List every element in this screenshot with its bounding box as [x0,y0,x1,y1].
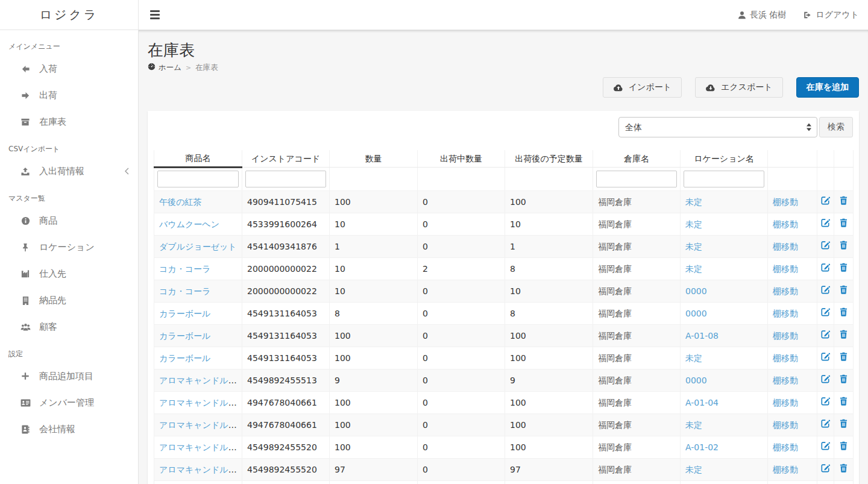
filter-warehouse-input[interactable] [596,171,677,187]
sidebar-item-inbound[interactable]: 入荷 [0,55,138,82]
shelf-move-link[interactable]: 棚移動 [773,465,798,474]
location-link[interactable]: 未定 [685,465,702,474]
edit-icon[interactable] [821,397,830,406]
delete-icon[interactable] [840,374,848,383]
sidebar-item-inout-info[interactable]: 入出荷情報 [0,158,138,184]
edit-icon[interactable] [821,196,830,205]
arrow-right-icon [20,91,31,100]
scope-select[interactable]: 全体 [618,117,817,137]
user-menu[interactable]: 長浜 佑樹 [738,10,786,20]
delete-icon[interactable] [840,307,848,316]
search-button[interactable]: 検索 [819,117,853,137]
product-link[interactable]: バウムクーヘン [159,219,219,229]
shelf-move-link[interactable]: 棚移動 [773,442,798,452]
column-header-planned-quantity[interactable]: 出荷後の予定数量 [505,150,593,168]
sidebar-item-outbound[interactable]: 出荷 [0,82,138,108]
sidebar-item-suppliers[interactable]: 仕入先 [0,260,138,287]
shelf-move-link[interactable]: 棚移動 [773,420,798,430]
logout-button[interactable]: ログアウト [803,10,859,20]
shelf-move-link[interactable]: 棚移動 [773,331,798,341]
location-link[interactable]: 0000 [685,309,707,318]
add-inventory-button[interactable]: 在庫を追加 [796,77,859,98]
filter-location-input[interactable] [684,171,764,187]
delete-icon[interactable] [840,263,848,272]
column-header-warehouse[interactable]: 倉庫名 [593,150,681,168]
location-link[interactable]: A-01-02 [685,442,719,452]
product-link[interactable]: アロマキャンドル ... [159,420,239,430]
location-link[interactable]: 未定 [685,242,702,251]
delete-icon[interactable] [840,240,848,250]
product-link[interactable]: カラーボール [159,331,210,341]
shelf-move-link[interactable]: 棚移動 [773,264,798,274]
sidebar-item-locations[interactable]: ロケーション [0,234,138,260]
edit-icon[interactable] [821,218,830,227]
delete-icon[interactable] [840,352,848,361]
breadcrumb-home-link[interactable]: ホーム [148,63,181,73]
edit-icon[interactable] [821,441,830,450]
edit-icon[interactable] [821,419,830,428]
sidebar-item-products[interactable]: 商品 [0,207,138,234]
location-link[interactable]: 0000 [685,286,707,296]
sidebar-item-customers[interactable]: 顧客 [0,313,138,340]
product-link[interactable]: カラーボール [159,353,210,363]
product-link[interactable]: アロマキャンドルY... [159,376,240,385]
shelf-move-link[interactable]: 棚移動 [773,219,798,229]
filter-product-name-input[interactable] [157,171,239,187]
delete-icon[interactable] [840,464,848,473]
shelf-move-link[interactable]: 棚移動 [773,197,798,207]
edit-icon[interactable] [821,464,830,473]
location-link[interactable]: 0000 [685,376,707,385]
shelf-move-link[interactable]: 棚移動 [773,242,798,251]
sidebar-item-product-extra-fields[interactable]: 商品追加項目 [0,363,138,389]
sidebar-item-inventory[interactable]: 在庫表 [0,108,138,135]
edit-icon[interactable] [821,374,830,383]
product-link[interactable]: アロマキャンドル ... [159,398,239,407]
location-link[interactable]: 未定 [685,420,702,430]
delete-icon[interactable] [840,196,848,205]
location-link[interactable]: A-01-08 [685,331,719,341]
edit-icon[interactable] [821,285,830,294]
sidebar-item-company-info[interactable]: 会社情報 [0,416,138,442]
sidebar-item-delivery-destinations[interactable]: 納品先 [0,287,138,313]
edit-icon[interactable] [821,240,830,250]
shelf-move-link[interactable]: 棚移動 [773,309,798,318]
edit-icon[interactable] [821,330,830,339]
product-link[interactable]: アロマキャンドル ... [159,442,239,452]
sidebar-item-label: 仕入先 [39,268,66,280]
edit-icon[interactable] [821,352,830,361]
shelf-move-link[interactable]: 棚移動 [773,376,798,385]
edit-icon[interactable] [821,263,830,272]
shelf-move-link[interactable]: 棚移動 [773,286,798,296]
location-link[interactable]: 未定 [685,197,702,207]
location-link[interactable]: 未定 [685,353,702,363]
shelf-move-link[interactable]: 棚移動 [773,398,798,407]
column-header-location[interactable]: ロケーション名 [681,150,768,168]
product-link[interactable]: ダブルジョーゼット [159,242,237,251]
column-header-quantity[interactable]: 数量 [330,150,418,168]
import-button[interactable]: インポート [603,77,682,98]
location-link[interactable]: 未定 [685,219,702,229]
location-link[interactable]: A-01-04 [685,398,719,407]
edit-icon[interactable] [821,307,830,316]
product-link[interactable]: コカ・コーラ [159,264,210,274]
delete-icon[interactable] [840,330,848,339]
filter-instore-code-input[interactable] [245,171,326,187]
brand-logo[interactable]: ロジクラ [0,0,139,30]
export-button[interactable]: エクスポート [695,77,783,98]
product-link[interactable]: 午後の紅茶 [159,197,201,207]
delete-icon[interactable] [840,419,848,428]
sidebar-item-member-management[interactable]: メンバー管理 [0,389,138,416]
location-link[interactable]: 未定 [685,264,702,274]
delete-icon[interactable] [840,218,848,227]
product-link[interactable]: アロマキャンドル ... [159,465,239,474]
product-link[interactable]: コカ・コーラ [159,286,210,296]
delete-icon[interactable] [840,397,848,406]
delete-icon[interactable] [840,285,848,294]
product-link[interactable]: カラーボール [159,309,210,318]
column-header-instore-code[interactable]: インストアコード [242,150,330,168]
column-header-shipping-quantity[interactable]: 出荷中数量 [418,150,505,168]
sidebar-toggle-icon[interactable] [148,8,162,22]
delete-icon[interactable] [840,441,848,450]
column-header-product-name[interactable]: 商品名 [154,150,242,168]
shelf-move-link[interactable]: 棚移動 [773,353,798,363]
